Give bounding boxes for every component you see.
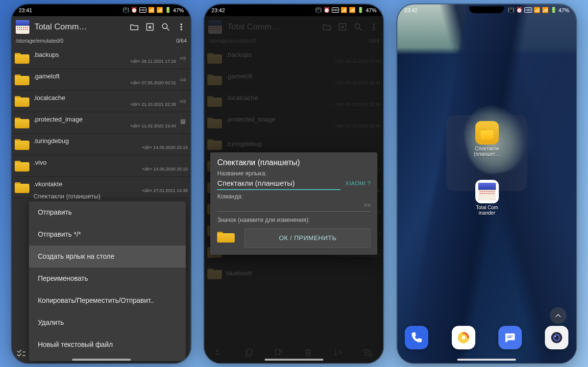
xiaomi-help-link[interactable]: XIAOMI ? <box>345 180 371 186</box>
tc-path-bar[interactable]: /storage/emulated/0 0/64 <box>12 38 191 48</box>
vibrate-icon: 📳 <box>315 7 322 13</box>
status-right: 📳 ⏰ HD 📶 📶 🔋 47% <box>315 7 377 13</box>
volte-icon: HD <box>524 7 532 13</box>
svg-point-22 <box>555 336 556 337</box>
new-folder-icon[interactable] <box>129 22 140 32</box>
phone-3: 23:42 📳 ⏰ HD 📶 📶 🔋 47% Спектакли (планше… <box>397 4 576 363</box>
folder-icon <box>15 181 29 193</box>
phone-notch <box>84 6 119 13</box>
folder-icon <box>15 73 29 85</box>
shortcut-name-input[interactable]: Спектакли (планшеты) <box>217 177 340 190</box>
command-more-icon[interactable]: >> <box>364 202 370 209</box>
signal-icon: 📶 <box>341 7 347 13</box>
arrow-right-icon: ⇨ <box>180 53 188 63</box>
tc-toolbar: Total Comm… <box>12 16 191 38</box>
file-row[interactable]: .protected_image<dir> 11.02.2022 19:40 <box>12 112 191 134</box>
total-commander-app: Total Comm… /storage/emulated/0 0/64 .ba… <box>204 16 383 363</box>
home-indicator[interactable] <box>265 359 323 361</box>
folder-icon <box>15 138 29 150</box>
camera-app-icon[interactable] <box>545 326 568 349</box>
alarm-icon: ⏰ <box>323 7 330 13</box>
folder-shortcut-icon <box>475 121 499 145</box>
shortcut-icon-preview[interactable] <box>217 231 235 245</box>
alarm-icon: ⏰ <box>516 7 523 13</box>
dialog-title: Спектакли (планшеты) <box>217 158 370 167</box>
phone-notch <box>469 6 504 13</box>
file-meta: <dir> 07.05.2020 00:31 <box>33 80 176 85</box>
messages-app-icon[interactable] <box>498 326 522 349</box>
file-name: .gameloft <box>33 73 176 80</box>
file-row[interactable]: .turingdebug<dir> 14.09.2020 20:10 <box>12 134 191 155</box>
folder-icon <box>15 95 29 107</box>
file-row[interactable]: .backups<dir> 26.11.2021 17:16⇨ <box>12 48 191 69</box>
signal-icon: 📶 <box>148 7 155 13</box>
select-mode-icon[interactable] <box>16 348 26 361</box>
svg-rect-6 <box>181 121 185 122</box>
tc-title: Total Comm… <box>34 22 124 32</box>
file-row[interactable]: .gameloft<dir> 07.05.2020 00:31⇨ <box>12 69 191 91</box>
ok-apply-button[interactable]: ОК / ПРИМЕНИТЬ <box>245 228 370 248</box>
context-menu-item[interactable]: Отправить */* <box>29 223 186 245</box>
shortcut-label: Total Com mander <box>470 205 504 216</box>
phone-app-icon[interactable] <box>405 326 428 349</box>
file-meta: <dir> 26.11.2021 17:16 <box>33 59 176 64</box>
volte-icon: HD <box>139 7 147 13</box>
current-path: /storage/emulated/0 <box>16 38 63 47</box>
status-time: 23:42 <box>211 7 225 13</box>
status-time: 23:41 <box>19 7 32 13</box>
file-name: .vivo <box>33 159 188 167</box>
file-name: .vkontakte <box>33 181 188 188</box>
status-time: 23:42 <box>404 7 418 13</box>
dock <box>397 326 576 355</box>
battery-icon: 🔋 <box>357 7 364 13</box>
volte-icon: HD <box>332 7 340 13</box>
music-app-icon[interactable] <box>452 326 475 349</box>
shortcut-total-commander[interactable]: Total Com mander <box>470 180 504 216</box>
tc-app-icon <box>16 20 29 34</box>
tc-shortcut-icon <box>475 180 499 203</box>
svg-point-18 <box>462 336 465 339</box>
selection-counter: 0/64 <box>176 38 187 47</box>
stack-icon <box>180 118 188 127</box>
shortcut-spektakli[interactable]: Спектакли (планшет… <box>470 121 504 157</box>
file-meta: <dir> 14.09.2020 20:10 <box>33 145 188 150</box>
bookmark-icon[interactable] <box>145 22 155 32</box>
context-menu-item[interactable]: Удалить <box>29 312 186 334</box>
home-indicator[interactable] <box>72 359 131 361</box>
context-menu-item[interactable]: Новый текстовый файл <box>29 334 186 356</box>
context-menu-item[interactable]: Отправить <box>29 201 186 223</box>
search-icon[interactable] <box>160 22 171 32</box>
file-meta: <dir> 14.09.2020 20:10 <box>33 167 188 171</box>
phone-notch <box>277 6 311 13</box>
vibrate-icon: 📳 <box>122 7 129 13</box>
file-name: .localcache <box>33 95 176 102</box>
folder-icon <box>15 160 29 171</box>
context-menu-item[interactable]: Копировать/Переместить/Отправит.. <box>29 290 186 312</box>
file-name: .backups <box>33 51 176 59</box>
phone-2: 23:42 📳 ⏰ HD 📶 📶 🔋 47% Total Comm… /stor… <box>204 4 383 363</box>
home-screen[interactable]: Спектакли (планшет… Total Com mander <box>397 4 576 363</box>
context-menu-item[interactable]: Переименовать <box>29 268 186 290</box>
svg-point-3 <box>181 26 182 27</box>
phone-1: 23:41 📳 ⏰ HD 📶 📶 🔋 47% Total Comm… /stor… <box>12 4 191 363</box>
status-right: 📳 ⏰ HD 📶 📶 🔋 47% <box>122 7 184 13</box>
shortcut-name-label: Название ярлыка: <box>217 170 370 177</box>
total-commander-app: Total Comm… /storage/emulated/0 0/64 .ba… <box>12 16 191 363</box>
command-input[interactable]: >> <box>217 200 370 212</box>
svg-rect-7 <box>181 123 185 123</box>
home-indicator[interactable] <box>457 359 516 361</box>
scroll-up-button[interactable] <box>550 307 566 324</box>
folder-icon <box>15 52 29 64</box>
svg-point-2 <box>181 24 182 24</box>
alarm-icon: ⏰ <box>131 7 138 13</box>
folder-icon <box>15 117 29 128</box>
file-name-partial: Спектакли (планшеты) <box>33 193 100 200</box>
overflow-menu-icon[interactable] <box>176 22 187 32</box>
context-menu-item[interactable]: Создать ярлык на столе <box>29 245 186 268</box>
file-name: .turingdebug <box>33 138 188 145</box>
battery-pct: 47% <box>173 7 184 13</box>
file-row[interactable]: .vivo<dir> 14.09.2020 20:10 <box>12 155 191 177</box>
svg-rect-5 <box>181 120 185 121</box>
create-shortcut-dialog: Спектакли (планшеты) Название ярлыка: Сп… <box>210 152 377 255</box>
file-row[interactable]: .localcache<dir> 21.10.2021 22:38⇨ <box>12 91 191 112</box>
